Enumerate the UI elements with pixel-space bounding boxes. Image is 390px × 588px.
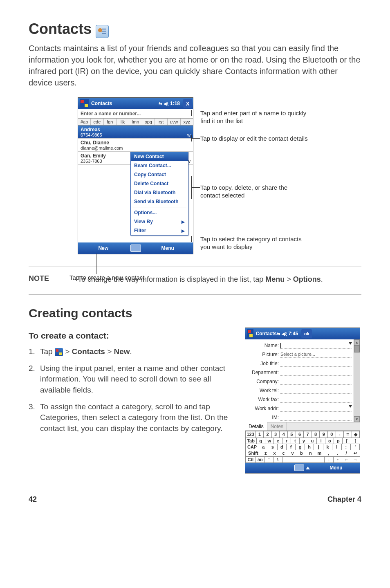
key[interactable]: `	[264, 456, 274, 463]
menu-item-beam[interactable]: Beam Contact...	[131, 161, 188, 170]
key[interactable]: i	[316, 438, 325, 444]
scroll-thumb[interactable]	[354, 345, 360, 352]
alpha-tab[interactable]: uvw	[168, 119, 180, 125]
key[interactable]: j	[314, 444, 323, 450]
workaddr-field[interactable]	[280, 405, 352, 412]
key[interactable]: u	[308, 438, 317, 444]
tab-details[interactable]: Details	[245, 422, 267, 431]
menu-item-send-bt[interactable]: Send via Bluetooth	[131, 197, 188, 206]
key[interactable]: 8	[312, 431, 320, 438]
key[interactable]: z	[261, 450, 270, 457]
key[interactable]: ↓	[324, 456, 334, 463]
alpha-tab[interactable]: xyz	[181, 119, 193, 125]
key[interactable]: 3	[271, 431, 280, 438]
search-input[interactable]: Enter a name or number...	[78, 109, 193, 119]
key[interactable]: 9	[319, 431, 328, 438]
key[interactable]: 4	[279, 431, 288, 438]
softkey-new[interactable]: New	[78, 245, 129, 251]
key[interactable]: =	[343, 431, 352, 438]
key[interactable]: ↑	[333, 456, 343, 463]
workfax-field[interactable]	[280, 396, 352, 403]
key[interactable]: →	[351, 456, 360, 463]
sip-toggle-icon[interactable]	[130, 245, 141, 252]
key[interactable]: a	[259, 444, 268, 450]
company-field[interactable]	[280, 378, 352, 385]
key[interactable]: r	[282, 438, 291, 444]
key[interactable]: ←	[342, 456, 351, 463]
alpha-tab[interactable]: opq	[142, 119, 155, 125]
key[interactable]: \	[273, 456, 282, 463]
key[interactable]: CAP	[245, 444, 259, 450]
key[interactable]: f	[286, 444, 296, 450]
alpha-tab[interactable]: fgh	[104, 119, 117, 125]
softkey-menu[interactable]: Menu	[143, 245, 193, 251]
worktel-field[interactable]	[280, 387, 352, 394]
key[interactable]: 5	[287, 431, 296, 438]
key[interactable]: /	[342, 450, 351, 457]
menu-item-view-by[interactable]: View By▶	[131, 217, 188, 226]
key[interactable]: h	[305, 444, 314, 450]
key[interactable]: y	[299, 438, 308, 444]
scroll-down-icon[interactable]: ▼	[354, 416, 360, 422]
key[interactable]: Tab	[245, 438, 257, 444]
key[interactable]: 6	[296, 431, 304, 438]
key[interactable]: x	[270, 450, 279, 457]
picture-field[interactable]: Select a picture...	[280, 351, 352, 358]
alpha-tab[interactable]: #ab	[78, 119, 91, 125]
contact-row[interactable]: Andreas 6754-9865w	[78, 126, 193, 139]
start-icon[interactable]	[247, 329, 253, 338]
name-field[interactable]	[280, 342, 352, 349]
key-backspace[interactable]: ◆	[352, 431, 360, 438]
dropdown-icon[interactable]	[349, 342, 352, 345]
jobtitle-field[interactable]	[280, 360, 352, 367]
key[interactable]: g	[295, 444, 305, 450]
key[interactable]: 2	[263, 431, 272, 438]
scroll-up-icon[interactable]: ▲	[354, 339, 360, 345]
key[interactable]: 123	[245, 431, 256, 438]
start-icon[interactable]	[80, 99, 89, 108]
key[interactable]: ]	[351, 438, 360, 444]
ok-button[interactable]: ok	[301, 329, 312, 338]
key[interactable]: d	[277, 444, 287, 450]
tab-notes[interactable]: Notes	[267, 422, 287, 431]
key[interactable]: w	[265, 438, 274, 444]
key[interactable]: l	[332, 444, 341, 450]
sip-toggle-icon[interactable]	[294, 465, 304, 471]
key[interactable]: e	[273, 438, 282, 444]
alpha-tab[interactable]: ijk	[117, 119, 129, 125]
key[interactable]: ,	[324, 450, 333, 457]
contact-row[interactable]: Chu, Dianne dianne@mailme.com	[78, 139, 193, 152]
softkey-menu[interactable]: Menu	[312, 465, 360, 471]
key[interactable]: Shift	[245, 450, 262, 457]
menu-item-copy[interactable]: Copy Contact	[131, 170, 188, 179]
menu-item-options[interactable]: Options...	[131, 208, 188, 217]
department-field[interactable]	[280, 369, 352, 376]
key[interactable]: Ctl	[245, 456, 256, 463]
key[interactable]: [	[342, 438, 351, 444]
key[interactable]: t	[291, 438, 300, 444]
key[interactable]: s	[268, 444, 277, 450]
menu-item-dial-bt[interactable]: Dial via Bluetooth	[131, 188, 188, 197]
key[interactable]: ;	[341, 444, 351, 450]
key[interactable]: '	[350, 444, 360, 450]
scrollbar[interactable]: ▲ ▼	[354, 339, 360, 422]
im-field[interactable]	[280, 414, 352, 421]
key[interactable]: n	[306, 450, 315, 457]
alpha-tab[interactable]: cde	[91, 119, 103, 125]
key[interactable]: .	[333, 450, 342, 457]
key-enter[interactable]: ↵	[351, 450, 360, 457]
alpha-index-row[interactable]: #ab cde fgh ijk lmn opq rst uvw xyz	[78, 119, 193, 126]
key[interactable]: 7	[303, 431, 312, 438]
soft-input-panel[interactable]: 123 1 2 3 4 5 6 7 8 9 0 - = ◆ Tab	[245, 431, 360, 462]
key[interactable]: áü	[256, 456, 265, 463]
close-icon[interactable]: X	[183, 99, 192, 108]
key[interactable]: m	[315, 450, 324, 457]
key[interactable]: o	[325, 438, 334, 444]
key[interactable]: q	[256, 438, 265, 444]
key[interactable]: p	[334, 438, 343, 444]
menu-item-filter[interactable]: Filter▶	[131, 226, 188, 235]
alpha-tab[interactable]: rst	[155, 119, 168, 125]
key[interactable]: 0	[327, 431, 336, 438]
key[interactable]: c	[279, 450, 288, 457]
key[interactable]: 1	[256, 431, 264, 438]
